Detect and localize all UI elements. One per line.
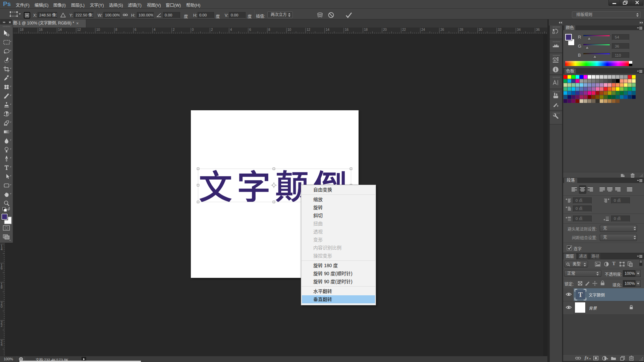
svg-text:2: 2 <box>1 324 3 327</box>
svg-text:24: 24 <box>421 28 425 32</box>
svg-text:14: 14 <box>326 28 330 32</box>
svg-text:12: 12 <box>307 28 311 32</box>
svg-text:4: 4 <box>1 247 3 251</box>
svg-text:34: 34 <box>517 28 521 32</box>
svg-text:30: 30 <box>479 28 483 32</box>
svg-text:8: 8 <box>268 28 270 32</box>
svg-text:18: 18 <box>364 28 368 32</box>
svg-text:2: 2 <box>211 28 213 32</box>
svg-text:4: 4 <box>1 343 3 347</box>
svg-text:6: 6 <box>135 28 137 32</box>
svg-text:22: 22 <box>402 28 406 32</box>
svg-text:28: 28 <box>460 28 464 32</box>
svg-text:6: 6 <box>1 266 3 270</box>
svg-text:2: 2 <box>173 28 175 32</box>
svg-text:10: 10 <box>96 28 100 32</box>
svg-text:18: 18 <box>20 28 24 32</box>
svg-text:32: 32 <box>498 28 502 32</box>
svg-text:14: 14 <box>58 28 62 32</box>
svg-text:12: 12 <box>77 28 81 32</box>
svg-text:10: 10 <box>287 28 291 32</box>
svg-text:8: 8 <box>115 28 117 32</box>
svg-text:0: 0 <box>192 28 194 32</box>
svg-text:T: T <box>578 291 583 298</box>
svg-text:8: 8 <box>1 286 3 289</box>
svg-text:36: 36 <box>536 28 540 32</box>
svg-text:4: 4 <box>154 28 156 32</box>
svg-text:20: 20 <box>383 28 387 32</box>
svg-text:26: 26 <box>440 28 444 32</box>
svg-text:6: 6 <box>249 28 251 32</box>
svg-text:16: 16 <box>39 28 43 32</box>
svg-text:4: 4 <box>230 28 232 32</box>
svg-text:0: 0 <box>1 305 3 308</box>
svg-text:16: 16 <box>345 28 349 32</box>
